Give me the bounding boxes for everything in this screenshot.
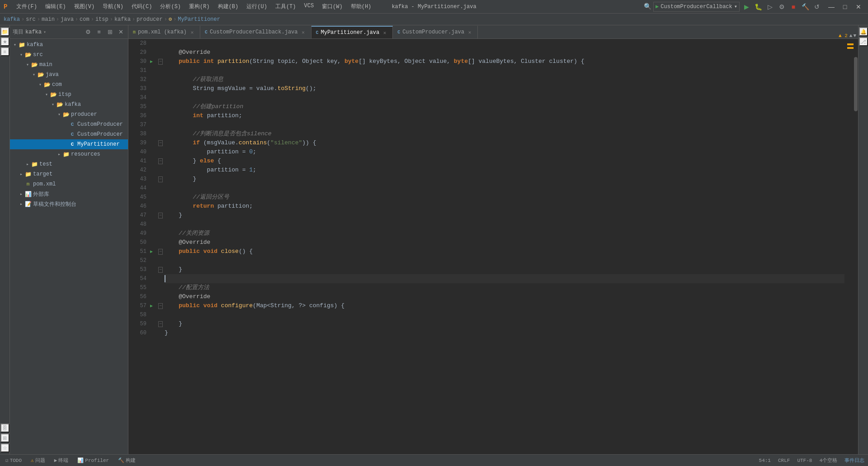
tree-item-test[interactable]: ▸ 📁 test [10, 159, 128, 169]
minimize-button[interactable]: — [826, 2, 837, 11]
bc-kafka[interactable]: kafka [4, 16, 20, 23]
code-line[interactable]: public int partition(String topic, Objec… [165, 57, 844, 66]
run-button[interactable]: ▶ [741, 2, 751, 12]
status-encoding[interactable]: UTF-8 [797, 458, 812, 463]
code-line[interactable]: @Override [165, 48, 844, 57]
tree-item-kafka-pkg[interactable]: ▾ 📂 kafka [10, 100, 128, 109]
sidebar-collapse-icon[interactable]: ≡ [94, 28, 104, 37]
tree-item-com[interactable]: ▾ 📂 com [10, 80, 128, 90]
menu-navigate[interactable]: 导航(N) [99, 2, 127, 11]
code-line[interactable]: } [165, 265, 844, 274]
tree-item-main[interactable]: ▾ 📂 main [10, 60, 128, 70]
code-line[interactable] [165, 220, 844, 229]
code-line[interactable]: public void configure(Map<String, ?> con… [165, 301, 844, 310]
run-gutter-icon[interactable]: ▶ [150, 59, 153, 64]
menu-view[interactable]: 视图(V) [71, 2, 99, 11]
bottom-tab-todo[interactable]: ☑ TODO [4, 455, 24, 466]
tree-item-CustomProducerCallback[interactable]: C CustomProducer [10, 119, 128, 129]
tree-item-scratches[interactable]: ▸ 📝 草稿文件和控制台 [10, 199, 128, 209]
bc-main[interactable]: main [42, 16, 55, 23]
code-line[interactable] [165, 93, 844, 102]
scroll-down-icon[interactable]: ▼ [853, 33, 856, 38]
warning-count[interactable]: ▲ 2 [839, 33, 848, 38]
fold-icon[interactable]: − [158, 303, 163, 309]
tab-close-mypartitioner[interactable]: ✕ [382, 29, 388, 36]
code-line[interactable]: @Override [165, 238, 844, 247]
bookmark-icon[interactable]: ★ [0, 37, 9, 46]
code-line[interactable]: } [165, 319, 844, 328]
code-line[interactable] [165, 184, 844, 193]
code-line[interactable]: //返回分区号 [165, 193, 844, 202]
maximize-button[interactable]: □ [839, 2, 851, 11]
code-line[interactable] [165, 310, 844, 319]
vcs-icon[interactable]: ⎇ [859, 37, 868, 46]
code-line[interactable] [165, 256, 844, 265]
menu-file[interactable]: 文件(F) [13, 2, 41, 11]
scroll-up-icon[interactable]: ▲ [849, 33, 853, 38]
code-line[interactable]: } [165, 328, 844, 338]
tab-pom[interactable]: m pom.xml (kafka) ✕ [128, 26, 200, 38]
search-everywhere-icon[interactable]: 🔍 [644, 3, 651, 10]
menu-run[interactable]: 运行(U) [243, 2, 271, 11]
tree-item-itsp[interactable]: ▾ 📂 itsp [10, 90, 128, 100]
code-line[interactable]: public void close() { [165, 247, 844, 256]
code-line[interactable] [165, 274, 844, 283]
code-line[interactable]: //关闭资源 [165, 229, 844, 238]
fold-icon[interactable]: − [158, 213, 163, 219]
code-line[interactable]: if (msgValue.contains("silence")) { [165, 138, 844, 147]
tab-callback[interactable]: C CustomProducerCallback.java ✕ [200, 26, 311, 38]
menu-edit[interactable]: 编辑(E) [42, 2, 70, 11]
fold-icon[interactable]: − [158, 176, 163, 182]
fold-icon[interactable]: − [158, 321, 163, 327]
tab-close-customproducer[interactable]: ✕ [467, 29, 473, 35]
bottom-tab-profiler[interactable]: 📊 Profiler [75, 455, 111, 466]
bottom-tab-terminal[interactable]: ▶ 终端 [52, 455, 71, 466]
code-line[interactable]: return partition; [165, 202, 844, 211]
bc-mypartitioner[interactable]: MyPartitioner [178, 16, 220, 23]
database-icon[interactable]: 🗄 [0, 423, 9, 433]
menu-tools[interactable]: 工具(T) [272, 2, 300, 11]
profile-button[interactable]: ⚙ [777, 2, 787, 12]
code-line[interactable]: } [165, 211, 844, 220]
tree-item-resources[interactable]: ▸ 📁 resources [10, 149, 128, 159]
close-button[interactable]: ✕ [853, 2, 864, 11]
sidebar-dropdown-icon[interactable]: ▾ [43, 29, 46, 35]
sidebar-close-icon[interactable]: ✕ [116, 28, 125, 37]
code-line[interactable]: int partition; [165, 111, 844, 120]
event-log-link[interactable]: 事件日志 [844, 457, 864, 464]
bc-com[interactable]: com [80, 16, 90, 23]
tree-item-src[interactable]: ▾ 📂 src [10, 50, 128, 60]
code-line[interactable]: partition = 1; [165, 166, 844, 175]
notifications-icon[interactable]: 🔔 [859, 27, 868, 36]
terminal-icon2[interactable]: ⊞ [0, 433, 9, 442]
menu-vcs[interactable]: VCS [301, 2, 318, 11]
tab-close-callback[interactable]: ✕ [300, 29, 307, 35]
tree-item-producer[interactable]: ▾ 📂 producer [10, 109, 128, 119]
code-line[interactable]: //配置方法 [165, 283, 844, 292]
tab-close-pom[interactable]: ✕ [189, 29, 195, 35]
code-line[interactable]: String msgValue = value.toString(); [165, 84, 844, 93]
update-button[interactable]: ↺ [812, 2, 822, 12]
run-config-dropdown[interactable]: ▶ CustomProducerCallback ▾ [653, 2, 740, 12]
structure-icon[interactable]: ≡ [0, 47, 9, 56]
menu-analyze[interactable]: 分析(S) [156, 2, 184, 11]
favorites-icon[interactable]: ☆ [0, 443, 9, 452]
bc-itsp[interactable]: itsp [95, 16, 108, 23]
tab-mypartitioner[interactable]: C MyPartitioner.java ✕ [311, 26, 393, 38]
tree-item-pom[interactable]: m pom.xml [10, 179, 128, 189]
menu-bar[interactable]: 文件(F) 编辑(E) 视图(V) 导航(N) 代码(C) 分析(S) 重构(R… [13, 2, 375, 11]
menu-build[interactable]: 构建(B) [214, 2, 242, 11]
run-with-coverage-button[interactable]: ▷ [765, 2, 775, 12]
project-icon[interactable]: 📁 [0, 27, 9, 36]
tree-item-CustomProducer[interactable]: C CustomProducer [10, 129, 128, 139]
fold-icon[interactable]: − [158, 140, 163, 146]
code-line[interactable]: //获取消息 [165, 75, 844, 84]
scrollbar-thumb[interactable] [854, 57, 858, 111]
code-line[interactable]: @Override [165, 292, 844, 301]
fold-icon[interactable]: − [158, 158, 163, 164]
bc-kafka2[interactable]: kafka [114, 16, 131, 23]
debug-button[interactable]: 🐛 [753, 2, 763, 12]
tree-item-external-libs[interactable]: ▸ 📊 外部库 [10, 189, 128, 199]
code-content[interactable]: @Override public int partition(String to… [163, 39, 846, 454]
code-line[interactable]: partition = 0; [165, 147, 844, 157]
